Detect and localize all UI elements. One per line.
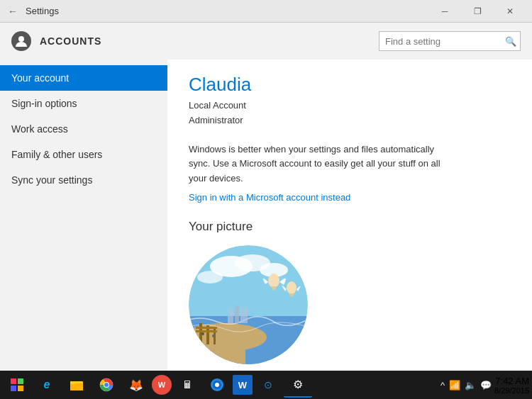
taskbar-firefox[interactable]: 🦊 [122,372,150,398]
tray-message[interactable]: 💬 [479,378,493,392]
svg-point-11 [287,281,297,294]
ms-account-link[interactable]: Sign in with a Microsoft account instead [189,192,511,203]
picture-section-title: Your picture [189,220,511,234]
svg-point-21 [212,335,215,337]
svg-point-20 [201,332,204,335]
restore-button[interactable]: ❐ [461,0,494,23]
sidebar-item-sign-in-options[interactable]: Sign-in options [0,91,167,116]
taskbar: e 🦊 W 🖩 W ⊙ ⚙ [0,371,532,399]
taskbar-edge[interactable]: e [33,372,61,398]
taskbar-wamp[interactable]: W [152,375,172,395]
taskbar-app7[interactable] [203,372,231,398]
svg-rect-9 [189,334,245,364]
titlebar: ← Settings ─ ❐ ✕ [0,0,532,23]
svg-point-10 [268,274,279,288]
svg-rect-17 [228,309,233,323]
account-type-line2: Administrator [189,113,511,128]
svg-point-32 [104,383,109,387]
svg-rect-24 [18,378,23,384]
svg-rect-29 [70,381,75,384]
titlebar-title: Settings [26,6,59,16]
app-title: ACCOUNTS [40,35,370,47]
svg-rect-15 [196,327,217,329]
taskbar-ie[interactable]: ⊙ [254,372,282,398]
svg-point-22 [194,336,197,339]
search-input[interactable] [379,31,521,51]
user-avatar [189,245,308,364]
start-button[interactable] [3,371,31,399]
accounts-icon [11,31,31,51]
svg-point-6 [197,271,223,283]
tray-chevron[interactable]: ^ [439,378,446,392]
svg-rect-19 [240,308,248,323]
account-type-line1: Local Account [189,99,511,113]
sidebar-item-work-access[interactable]: Work access [0,116,167,142]
taskbar-calculator[interactable]: 🖩 [173,372,201,398]
minimize-button[interactable]: ─ [428,0,461,23]
svg-point-0 [18,36,24,42]
user-name: Claudia [189,74,511,96]
tray-volume[interactable]: 🔈 [463,378,477,392]
svg-point-35 [215,383,219,387]
sidebar-item-family-other-users[interactable]: Family & other users [0,142,167,167]
taskbar-settings[interactable]: ⚙ [284,372,312,398]
search-icon: 🔍 [505,36,516,47]
back-button[interactable]: ← [6,4,20,18]
sidebar: Your account Sign-in options Work access… [0,60,167,371]
taskbar-word[interactable]: W [233,375,253,395]
svg-rect-25 [11,386,16,391]
close-button[interactable]: ✕ [494,0,526,23]
taskbar-time[interactable]: 7:42 AM 8/29/2015 [494,376,529,395]
taskbar-chrome[interactable] [92,372,121,398]
app-header: ACCOUNTS 🔍 [0,23,532,60]
svg-rect-18 [235,305,239,323]
svg-rect-28 [70,383,83,390]
taskbar-explorer[interactable] [62,372,91,398]
svg-rect-26 [18,386,23,391]
content-area: Claudia Local Account Administrator Wind… [167,60,532,371]
tray-network[interactable]: 📶 [448,378,462,392]
svg-rect-23 [11,378,16,384]
sidebar-item-sync-settings[interactable]: Sync your settings [0,167,167,193]
tray-icons: ^ 📶 🔈 💬 [439,378,493,392]
sidebar-item-your-account[interactable]: Your account [0,65,167,91]
main-layout: Your account Sign-in options Work access… [0,60,532,371]
svg-rect-16 [196,330,217,332]
account-description: Windows is better when your settings and… [189,142,458,186]
search-container: 🔍 [379,31,521,51]
